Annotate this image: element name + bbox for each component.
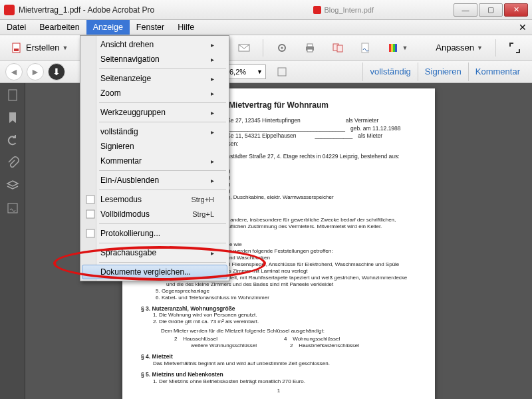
nav-down-button[interactable]: ⬇ xyxy=(48,63,65,80)
menu-item[interactable]: Werkzeuggruppen▸ xyxy=(82,105,227,120)
menu-item[interactable]: VollbildmodusStrg+L xyxy=(82,207,227,221)
nav-next-button[interactable]: ► xyxy=(27,63,44,80)
menu-item[interactable]: Sprachausgabe▸ xyxy=(82,245,227,260)
menu-item-label: Ansicht drehen xyxy=(100,40,154,49)
sign-button[interactable] xyxy=(354,39,378,57)
menu-shortcut: Strg+H xyxy=(191,196,214,203)
menu-item-icon xyxy=(86,229,95,238)
menu-hilfe[interactable]: Hilfe xyxy=(171,20,201,35)
window-controls: — ▢ ✕ xyxy=(454,3,528,17)
background-tab[interactable]: Blog_Intern.pdf xyxy=(313,6,374,14)
menu-item[interactable]: vollständig▸ xyxy=(82,124,227,139)
zoom-value[interactable]: 6,2%▼ xyxy=(226,65,266,79)
menu-item[interactable]: Signieren xyxy=(82,139,227,154)
undo-icon[interactable] xyxy=(6,134,19,147)
customize-label: Anpassen xyxy=(436,43,474,53)
menu-item-label: Seitennavigation xyxy=(100,55,160,64)
svg-rect-15 xyxy=(278,68,286,76)
settings-button[interactable] xyxy=(270,39,294,57)
menu-item[interactable]: Ein-/Ausblenden▸ xyxy=(82,173,227,188)
link-vollstaendig[interactable]: vollständig xyxy=(362,63,417,81)
svg-rect-18 xyxy=(86,196,94,203)
bookmarks-icon[interactable] xyxy=(6,111,19,124)
gear-icon xyxy=(276,42,288,54)
fullscreen-button[interactable] xyxy=(503,39,527,57)
menu-anzeige[interactable]: Anzeige xyxy=(86,20,130,35)
submenu-arrow-icon: ▸ xyxy=(211,128,214,136)
menu-datei[interactable]: Datei xyxy=(0,20,33,35)
menu-item-label: vollständig xyxy=(100,127,138,136)
close-button[interactable]: ✕ xyxy=(504,3,528,17)
svg-rect-13 xyxy=(393,44,395,52)
menu-item-label: Vollbildmodus xyxy=(100,209,150,219)
link-kommentar[interactable]: Kommentar xyxy=(468,63,527,81)
titlebar: Mietvertrag_1.pdf - Adobe Acrobat Pro Bl… xyxy=(0,0,532,20)
menu-item-label: Seitenanzeige xyxy=(100,74,151,83)
maximize-button[interactable]: ▢ xyxy=(479,3,503,17)
submenu-arrow-icon: ▸ xyxy=(211,109,214,116)
submenu-arrow-icon: ▸ xyxy=(211,90,214,97)
svg-rect-14 xyxy=(395,44,397,52)
menu-item-label: Dokumente vergleichen... xyxy=(100,267,191,277)
menu-item-label: Lesemodus xyxy=(100,195,142,204)
thumbnails-icon[interactable] xyxy=(6,88,19,102)
submenu-arrow-icon: ▸ xyxy=(211,75,214,82)
combine-icon xyxy=(332,42,344,54)
menu-item[interactable]: Protokollierung... xyxy=(82,226,227,241)
sidebar xyxy=(0,83,25,399)
menu-shortcut: Strg+L xyxy=(192,210,214,218)
signatures-panel-icon[interactable] xyxy=(6,201,19,215)
link-signieren[interactable]: Signieren xyxy=(418,63,468,81)
zoom-fit-button[interactable] xyxy=(270,63,294,81)
svg-rect-16 xyxy=(9,90,17,100)
mail-button[interactable] xyxy=(232,39,256,57)
menubar: Datei Bearbeiten Anzeige Fenster Hilfe ✕ xyxy=(0,20,532,35)
menu-fenster[interactable]: Fenster xyxy=(130,20,171,35)
menu-item[interactable]: Kommentar▸ xyxy=(82,154,227,168)
document-close-button[interactable]: ✕ xyxy=(513,20,532,35)
svg-rect-7 xyxy=(307,49,313,52)
menu-item-label: Werkzeuggruppen xyxy=(100,108,166,117)
submenu-arrow-icon: ▸ xyxy=(211,177,214,184)
pdf-icon xyxy=(313,6,321,14)
color-button[interactable]: ▼ xyxy=(382,39,414,57)
nav-prev-button[interactable]: ◄ xyxy=(5,63,23,80)
svg-rect-17 xyxy=(8,203,17,213)
menu-item[interactable]: Seitenanzeige▸ xyxy=(82,71,227,86)
menu-item[interactable]: Seitennavigation▸ xyxy=(82,52,227,66)
menu-item-label: Kommentar xyxy=(100,156,142,166)
svg-rect-11 xyxy=(389,44,391,52)
app-logo-icon xyxy=(4,5,15,15)
menu-item[interactable]: Ansicht drehen▸ xyxy=(82,37,227,52)
submenu-arrow-icon: ▸ xyxy=(211,56,214,63)
submenu-arrow-icon: ▸ xyxy=(211,158,214,165)
svg-point-4 xyxy=(281,47,283,49)
attachments-icon[interactable] xyxy=(6,156,19,170)
page-number: 1 xyxy=(141,388,416,394)
menu-item-icon xyxy=(86,195,95,204)
submenu-arrow-icon: ▸ xyxy=(211,41,214,49)
right-panel-toggles: vollständig Signieren Kommentar xyxy=(362,63,527,81)
submenu-arrow-icon: ▸ xyxy=(211,249,214,257)
menu-item-label: Sprachausgabe xyxy=(100,248,156,257)
menu-item-label: Protokollierung... xyxy=(100,229,160,238)
sign-icon xyxy=(360,42,372,54)
menu-item[interactable]: LesemodusStrg+H xyxy=(82,192,227,207)
svg-rect-19 xyxy=(86,210,94,218)
combine-button[interactable] xyxy=(326,39,350,57)
menu-item[interactable]: Zoom▸ xyxy=(82,86,227,100)
menu-bearbeiten[interactable]: Bearbeiten xyxy=(33,20,86,35)
create-pdf-icon xyxy=(11,42,23,54)
print-button[interactable] xyxy=(298,39,322,57)
printer-icon xyxy=(304,42,316,54)
expand-icon xyxy=(509,42,521,54)
create-button[interactable]: Erstellen▼ xyxy=(5,39,74,57)
minimize-button[interactable]: — xyxy=(454,3,477,17)
svg-rect-1 xyxy=(14,49,19,51)
layers-icon[interactable] xyxy=(6,179,19,192)
menu-anzeige-dropdown: Ansicht drehen▸Seitennavigation▸Seitenan… xyxy=(80,35,229,281)
customize-button[interactable]: Anpassen▼ xyxy=(430,39,489,57)
window-title: Mietvertrag_1.pdf - Adobe Acrobat Pro xyxy=(19,5,154,15)
fit-icon xyxy=(276,66,288,78)
menu-item[interactable]: Dokumente vergleichen... xyxy=(82,265,227,279)
